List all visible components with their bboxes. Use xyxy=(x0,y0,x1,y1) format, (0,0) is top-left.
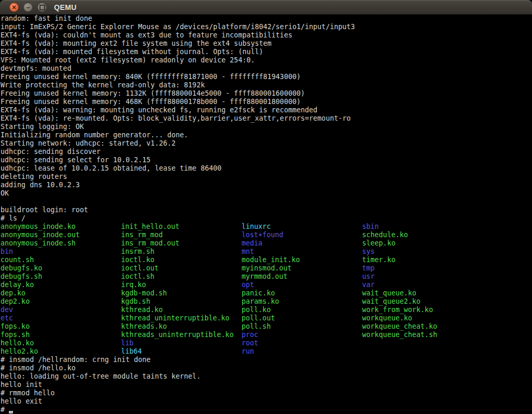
terminal-text: EXT4-fs (vda): mounting ext2 file system… xyxy=(1,40,272,47)
terminal-line: EXT4-fs (vda): warning: mounting uncheck… xyxy=(0,106,532,114)
dir-entry: mnt xyxy=(242,248,254,256)
terminal-line: hello: loading out-of-tree module taints… xyxy=(0,372,532,381)
terminal-text: # xyxy=(1,406,9,413)
terminal-line: EXT4-fs (vda): mounting ext2 file system… xyxy=(0,40,532,48)
terminal-line: Freeing unused kernel memory: 840K (ffff… xyxy=(0,73,532,81)
terminal-text: input: ImExPS/2 Generic Explorer Mouse a… xyxy=(1,23,355,31)
terminal-text: Initializing random number generator... … xyxy=(1,131,188,139)
terminal-line: hello exit xyxy=(0,397,532,406)
terminal-line: Starting logging: OK xyxy=(0,123,532,131)
file-entry: debugfs.ko xyxy=(1,264,42,273)
file-entry: wait_queue.ko xyxy=(362,289,416,297)
file-entry: myrmmod.out xyxy=(242,273,287,281)
prompt-line: # xyxy=(0,406,532,414)
file-entry: panic.ko xyxy=(242,289,275,297)
file-entry: anonymous_inode.sh xyxy=(1,239,75,248)
terminal-text: EXT4-fs (vda): couldn't mount as ext3 du… xyxy=(1,31,292,39)
terminal-text: adding dns 10.0.2.3 xyxy=(1,181,79,189)
terminal-line: OK xyxy=(0,189,532,198)
terminal-line xyxy=(0,198,532,206)
file-entry: poll.out xyxy=(242,314,275,322)
file-entry: dep2.ko xyxy=(1,297,30,306)
dir-entry: root xyxy=(242,339,258,347)
file-entry: module_init.ko xyxy=(242,256,300,264)
ls-output-line: etckthread_uninterruptible.kopoll.outwor… xyxy=(0,314,532,322)
dir-entry: tmp xyxy=(362,264,375,273)
dir-entry: bin xyxy=(1,248,13,256)
terminal-text: devtmpfs: mounted xyxy=(1,64,71,72)
ls-output-line: fops.kokthreads.kopoll.shworkqueue_cheat… xyxy=(0,322,532,331)
terminal-text: EXT4-fs (vda): mounted filesystem withou… xyxy=(1,48,263,56)
link-entry: linuxrc xyxy=(242,223,271,231)
ls-output-line: debugfs.shioctl.shmyrmmod.outusr xyxy=(0,273,532,281)
terminal-text: udhcpc: sending discover xyxy=(1,148,101,156)
link-entry: lib64 xyxy=(121,347,142,356)
dir-entry: usr xyxy=(362,273,375,281)
terminal-cursor xyxy=(9,411,13,413)
ls-output-line: fops.shkthreads_uninterruptible.koprocwo… xyxy=(0,331,532,339)
dir-entry: lost+found xyxy=(242,231,283,239)
close-icon: ✕ xyxy=(11,5,16,10)
terminal-line: Initializing random number generator... … xyxy=(0,131,532,139)
maximize-button[interactable] xyxy=(37,3,47,12)
terminal-line: udhcpc: sending discover xyxy=(0,148,532,156)
minimize-button[interactable]: − xyxy=(23,3,33,12)
terminal-text: OK xyxy=(1,189,9,197)
terminal-text: buildroot login: root xyxy=(1,206,88,214)
file-entry: kthread_uninterruptible.ko xyxy=(121,314,230,322)
terminal-line: random: fast init done xyxy=(0,15,532,23)
file-entry: kthreads_uninterruptible.ko xyxy=(121,331,234,339)
terminal-text: Freeing unused kernel memory: 840K (ffff… xyxy=(1,73,301,81)
terminal-text: hello init xyxy=(1,381,42,389)
terminal-line: deleting routers xyxy=(0,173,532,181)
ls-output-line: anonymous_inode.koinit_hello.outlinuxrcs… xyxy=(0,223,532,231)
terminal-text: Freeing unused kernel memory: 1132K (fff… xyxy=(1,89,305,97)
terminal-line: # insmod /hellrandom: crng init done xyxy=(0,356,532,364)
close-button[interactable]: ✕ xyxy=(9,3,19,12)
dir-entry: etc xyxy=(1,314,13,322)
file-entry: workqueue_cheat.sh xyxy=(362,331,437,339)
terminal-line: buildroot login: root xyxy=(0,206,532,214)
file-entry: hello.ko xyxy=(1,339,34,347)
terminal-text: Starting network: udhcpc: started, v1.26… xyxy=(1,139,176,147)
file-entry: timer.ko xyxy=(362,256,395,264)
terminal-line: # rmmod hello xyxy=(0,389,532,397)
file-entry: ins_rm_mod xyxy=(121,231,163,239)
file-entry: ins_rm_mod.out xyxy=(121,239,179,248)
ls-output-line: hello2.kolib64run xyxy=(0,347,532,356)
terminal-line: Freeing unused kernel memory: 468K (ffff… xyxy=(0,98,532,106)
file-entry: ioctl.out xyxy=(121,264,158,273)
file-entry: anonymous_inode.out xyxy=(1,231,79,239)
title-bar[interactable]: ✕ − QEMU xyxy=(0,0,532,15)
file-entry: wait_queue2.ko xyxy=(362,297,420,306)
terminal-text: EXT4-fs (vda): re-mounted. Opts: block_v… xyxy=(1,114,351,122)
terminal-screen[interactable]: random: fast init doneinput: ImExPS/2 Ge… xyxy=(0,15,532,414)
file-entry: work_from_work.ko xyxy=(362,306,433,314)
minimize-icon: − xyxy=(26,4,30,11)
ls-output-line: delay.koirq.kooptvar xyxy=(0,281,532,289)
terminal-text: Freeing unused kernel memory: 468K (ffff… xyxy=(1,98,301,106)
file-entry: workqueue.ko xyxy=(362,314,412,322)
ls-output-line: hello.kolibroot xyxy=(0,339,532,347)
terminal-line: EXT4-fs (vda): couldn't mount as ext3 du… xyxy=(0,31,532,40)
file-entry: count.sh xyxy=(1,256,34,264)
terminal-text: VFS: Mounted root (ext2 filesystem) read… xyxy=(1,56,255,64)
terminal-text: hello: loading out-of-tree module taints… xyxy=(1,372,201,380)
terminal-line: udhcpc: lease of 10.0.2.15 obtained, lea… xyxy=(0,164,532,173)
terminal-text: # insmod /hello.ko xyxy=(1,364,75,372)
terminal-text: deleting routers xyxy=(1,173,67,180)
ls-output-line: anonymous_inode.shins_rm_mod.outmediasle… xyxy=(0,239,532,248)
file-entry: dep.ko xyxy=(1,289,25,297)
file-entry: workqueue_cheat.ko xyxy=(362,322,437,331)
terminal-text: Write protecting the kernel read-only da… xyxy=(1,81,205,89)
terminal-line: # ls / xyxy=(0,214,532,223)
file-entry: schedule.ko xyxy=(362,231,408,239)
terminal-text: EXT4-fs (vda): warning: mounting uncheck… xyxy=(1,106,317,114)
file-entry: kthreads.ko xyxy=(121,322,167,331)
file-entry: ioctl.sh xyxy=(121,273,154,281)
dir-entry: run xyxy=(242,347,254,356)
dir-entry: opt xyxy=(242,281,254,289)
window-title: QEMU xyxy=(54,0,77,15)
ls-output-line: anonymous_inode.outins_rm_modlost+founds… xyxy=(0,231,532,239)
ls-output-line: bininsrm.shmntsys xyxy=(0,248,532,256)
